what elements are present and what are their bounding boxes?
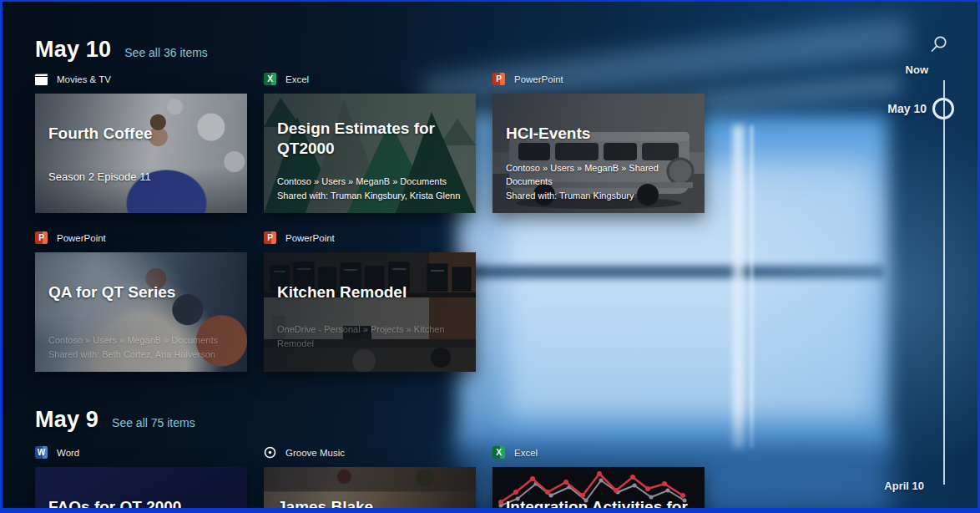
- movies-tv-icon: [35, 73, 48, 85]
- frame-border-bottom: [0, 508, 980, 513]
- card-path: Contoso » Users » MeganB » Documents Sha…: [277, 175, 467, 202]
- app-name: Excel: [285, 74, 309, 84]
- search-button[interactable]: [929, 34, 949, 54]
- app-name: Excel: [514, 448, 538, 458]
- activity-card-fourth-coffee[interactable]: Fourth Coffee Season 2 Episode 11: [35, 94, 247, 213]
- wallpaper-mullion: [733, 125, 744, 448]
- activity-card-unit: Movies & TV Fourth Coffee Season 2 Episo…: [35, 72, 247, 213]
- app-label-row: X Excel: [264, 72, 476, 86]
- activity-card-unit: X Excel Integration Activities for: [493, 445, 705, 513]
- card-shared-line: Shared with: Beth Cortez, Ana Halverson: [48, 348, 239, 362]
- app-name: PowerPoint: [285, 233, 335, 243]
- timeline-now-label[interactable]: Now: [836, 63, 928, 76]
- powerpoint-icon: P: [264, 231, 276, 244]
- app-name: PowerPoint: [57, 233, 106, 243]
- card-path-line: Contoso » Users » MeganB » Documents: [48, 333, 239, 348]
- card-path-line: Contoso » Users » MeganB » Documents: [277, 175, 467, 189]
- activity-card-unit: Groove Music James Blake: [264, 445, 476, 513]
- app-name: PowerPoint: [514, 74, 563, 84]
- powerpoint-icon: P: [493, 73, 505, 85]
- activity-card-james-blake[interactable]: James Blake: [264, 467, 476, 513]
- search-icon: [929, 34, 949, 54]
- card-title: QA for QT Series: [48, 282, 235, 302]
- card-title: HCI-Events: [506, 124, 693, 144]
- card-overlay: [35, 94, 247, 213]
- activity-card-unit: W Word FAQs for QT 2000: [35, 445, 247, 513]
- excel-icon: X: [493, 446, 505, 459]
- app-label-row: Movies & TV: [35, 72, 247, 86]
- wallpaper-crossbar: [457, 266, 885, 278]
- card-shared-line: Shared with: Truman Kingsbury: [506, 189, 696, 203]
- timeline-scrollbar-track[interactable]: [943, 80, 945, 485]
- app-name: Groove Music: [285, 448, 345, 458]
- frame-border-top: [0, 0, 980, 2]
- section-date: May 10: [35, 37, 111, 63]
- card-subtitle: Season 2 Episode 11: [48, 170, 237, 183]
- word-icon: W: [35, 446, 48, 459]
- timeline-view: May 10 See all 36 items Movies & TV Four…: [0, 0, 980, 513]
- card-title: Kitchen Remodel: [277, 282, 464, 302]
- activity-card-hci-events[interactable]: HCI-Events Contoso » Users » MeganB » Sh…: [493, 94, 705, 213]
- section-header-may9: May 9 See all 75 items: [35, 407, 195, 433]
- activity-card-unit: X Excel Design Estimates for QT2000 Cont…: [264, 72, 476, 213]
- timeline-current-date-label[interactable]: May 10: [835, 102, 927, 115]
- section-date: May 9: [35, 407, 99, 433]
- excel-icon: X: [264, 73, 276, 85]
- card-path: Contoso » Users » MeganB » Shared Docume…: [506, 161, 696, 203]
- activity-card-unit: P PowerPoint HCI-Event: [493, 72, 705, 213]
- app-label-row: W Word: [35, 445, 247, 460]
- wallpaper-mullion-line: [750, 125, 753, 448]
- section-header-may10: May 10 See all 36 items: [35, 37, 208, 63]
- timeline-end-date-label[interactable]: April 10: [832, 480, 924, 492]
- activity-card-unit: P PowerPoint QA for QT Series Contoso » …: [35, 231, 247, 372]
- frame-border-left: [0, 0, 3, 513]
- card-title: Fourth Coffee: [48, 124, 235, 144]
- activity-card-design-estimates[interactable]: Design Estimates for QT2000 Contoso » Us…: [264, 94, 476, 213]
- app-label-row: X Excel: [493, 445, 705, 460]
- groove-music-icon: [264, 446, 276, 459]
- card-path-line: OneDrive - Personal » Projects » Kitchen…: [277, 323, 467, 350]
- activity-card-faqs-qt-2000[interactable]: FAQs for QT 2000: [35, 467, 247, 513]
- card-path-line: Contoso » Users » MeganB » Shared Docume…: [506, 161, 696, 189]
- powerpoint-icon: P: [35, 231, 48, 244]
- activity-card-integration-activities[interactable]: Integration Activities for: [493, 467, 705, 513]
- app-label-row: P PowerPoint: [35, 231, 247, 245]
- app-label-row: Groove Music: [264, 445, 476, 460]
- activity-card-kitchen-remodel[interactable]: Kitchen Remodel OneDrive - Personal » Pr…: [264, 252, 476, 372]
- app-label-row: P PowerPoint: [264, 231, 476, 245]
- activity-card-qa-qt-series[interactable]: QA for QT Series Contoso » Users » Megan…: [35, 252, 247, 372]
- card-path: Contoso » Users » MeganB » Documents Sha…: [48, 333, 239, 361]
- see-all-link[interactable]: See all 36 items: [124, 46, 208, 59]
- card-overlay: [264, 252, 476, 372]
- card-path: OneDrive - Personal » Projects » Kitchen…: [277, 323, 467, 350]
- card-title: Design Estimates for QT2000: [277, 119, 464, 160]
- card-shared-line: Shared with: Truman Kingsbury, Krista Gl…: [277, 189, 467, 203]
- app-name: Movies & TV: [57, 74, 111, 84]
- app-name: Word: [57, 448, 79, 458]
- timeline-scrollbar-thumb[interactable]: [932, 98, 954, 119]
- see-all-link[interactable]: See all 75 items: [112, 416, 195, 429]
- activity-card-unit: P PowerPoint: [264, 231, 476, 372]
- app-label-row: P PowerPoint: [493, 72, 705, 86]
- wallpaper-glow: [701, 100, 980, 485]
